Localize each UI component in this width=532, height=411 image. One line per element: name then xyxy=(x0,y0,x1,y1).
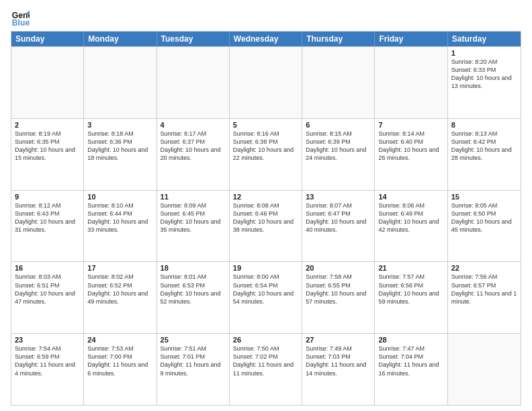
day-number: 5 xyxy=(233,121,298,129)
weekday-header-sunday: Sunday xyxy=(11,32,84,46)
week-row-4: 16Sunrise: 8:03 AM Sunset: 6:51 PM Dayli… xyxy=(11,261,521,333)
day-info: Sunrise: 7:56 AM Sunset: 6:57 PM Dayligh… xyxy=(451,273,517,306)
day-number: 6 xyxy=(306,121,371,129)
day-info: Sunrise: 8:19 AM Sunset: 6:35 PM Dayligh… xyxy=(15,130,80,163)
day-info: Sunrise: 8:10 AM Sunset: 6:44 PM Dayligh… xyxy=(87,201,152,234)
day-info: Sunrise: 8:03 AM Sunset: 6:51 PM Dayligh… xyxy=(15,273,80,306)
day-number: 11 xyxy=(161,193,226,201)
day-cell-15: 15Sunrise: 8:05 AM Sunset: 6:50 PM Dayli… xyxy=(448,191,521,262)
day-number: 20 xyxy=(306,264,371,272)
day-cell-7: 7Sunrise: 8:14 AM Sunset: 6:40 PM Daylig… xyxy=(375,119,447,190)
week-row-5: 23Sunrise: 7:54 AM Sunset: 6:59 PM Dayli… xyxy=(11,333,521,405)
day-cell-17: 17Sunrise: 8:02 AM Sunset: 6:52 PM Dayli… xyxy=(84,262,157,333)
day-number: 3 xyxy=(87,121,152,129)
calendar: SundayMondayTuesdayWednesdayThursdayFrid… xyxy=(11,31,521,406)
day-cell-9: 9Sunrise: 8:12 AM Sunset: 6:43 PM Daylig… xyxy=(11,191,84,262)
day-info: Sunrise: 8:17 AM Sunset: 6:37 PM Dayligh… xyxy=(161,130,226,163)
day-number: 1 xyxy=(451,49,517,57)
weekday-header-wednesday: Wednesday xyxy=(230,32,302,46)
day-number: 23 xyxy=(15,336,80,344)
logo: General Blue xyxy=(11,8,32,27)
day-cell-11: 11Sunrise: 8:09 AM Sunset: 6:45 PM Dayli… xyxy=(157,191,230,262)
day-number: 7 xyxy=(378,121,443,129)
day-cell-1: 1Sunrise: 8:20 AM Sunset: 6:33 PM Daylig… xyxy=(448,47,521,118)
day-info: Sunrise: 7:47 AM Sunset: 7:04 PM Dayligh… xyxy=(378,345,443,377)
day-cell-16: 16Sunrise: 8:03 AM Sunset: 6:51 PM Dayli… xyxy=(11,262,84,333)
day-cell-20: 20Sunrise: 7:58 AM Sunset: 6:55 PM Dayli… xyxy=(302,262,375,333)
day-number: 2 xyxy=(15,121,80,129)
day-info: Sunrise: 8:16 AM Sunset: 6:38 PM Dayligh… xyxy=(233,130,298,163)
day-cell-3: 3Sunrise: 8:18 AM Sunset: 6:36 PM Daylig… xyxy=(84,119,157,190)
day-info: Sunrise: 7:54 AM Sunset: 6:59 PM Dayligh… xyxy=(15,345,80,377)
day-info: Sunrise: 8:15 AM Sunset: 6:39 PM Dayligh… xyxy=(306,130,371,163)
day-number: 21 xyxy=(378,264,443,272)
day-info: Sunrise: 7:50 AM Sunset: 7:02 PM Dayligh… xyxy=(233,345,298,377)
day-info: Sunrise: 8:05 AM Sunset: 6:50 PM Dayligh… xyxy=(451,201,517,234)
day-number: 19 xyxy=(233,264,298,272)
weekday-header-thursday: Thursday xyxy=(302,32,375,46)
day-cell-21: 21Sunrise: 7:57 AM Sunset: 6:56 PM Dayli… xyxy=(375,262,447,333)
day-cell-19: 19Sunrise: 8:00 AM Sunset: 6:54 PM Dayli… xyxy=(230,262,302,333)
day-cell-18: 18Sunrise: 8:01 AM Sunset: 6:53 PM Dayli… xyxy=(157,262,230,333)
weekday-header-saturday: Saturday xyxy=(448,32,521,46)
day-cell-empty-4-6 xyxy=(448,334,521,405)
day-number: 25 xyxy=(161,336,226,344)
day-number: 26 xyxy=(233,336,298,344)
day-number: 24 xyxy=(87,336,152,344)
day-cell-25: 25Sunrise: 7:51 AM Sunset: 7:01 PM Dayli… xyxy=(157,334,230,405)
day-number: 15 xyxy=(451,193,517,201)
weekday-header-friday: Friday xyxy=(375,32,447,46)
day-cell-13: 13Sunrise: 8:07 AM Sunset: 6:47 PM Dayli… xyxy=(302,191,375,262)
day-cell-4: 4Sunrise: 8:17 AM Sunset: 6:37 PM Daylig… xyxy=(157,119,230,190)
day-cell-empty-0-4 xyxy=(302,47,375,118)
svg-text:Blue: Blue xyxy=(12,18,30,27)
day-cell-12: 12Sunrise: 8:08 AM Sunset: 6:46 PM Dayli… xyxy=(230,191,302,262)
day-cell-2: 2Sunrise: 8:19 AM Sunset: 6:35 PM Daylig… xyxy=(11,119,84,190)
day-cell-6: 6Sunrise: 8:15 AM Sunset: 6:39 PM Daylig… xyxy=(302,119,375,190)
day-info: Sunrise: 8:13 AM Sunset: 6:42 PM Dayligh… xyxy=(451,130,517,163)
logo-icon: General Blue xyxy=(11,8,30,27)
week-row-2: 2Sunrise: 8:19 AM Sunset: 6:35 PM Daylig… xyxy=(11,118,521,190)
calendar-header-row: SundayMondayTuesdayWednesdayThursdayFrid… xyxy=(11,32,521,46)
day-number: 17 xyxy=(87,264,152,272)
day-info: Sunrise: 8:01 AM Sunset: 6:53 PM Dayligh… xyxy=(161,273,226,306)
day-number: 8 xyxy=(451,121,517,129)
day-cell-empty-0-1 xyxy=(84,47,157,118)
day-cell-5: 5Sunrise: 8:16 AM Sunset: 6:38 PM Daylig… xyxy=(230,119,302,190)
day-number: 9 xyxy=(15,193,80,201)
week-row-3: 9Sunrise: 8:12 AM Sunset: 6:43 PM Daylig… xyxy=(11,190,521,262)
day-cell-empty-0-0 xyxy=(11,47,84,118)
day-cell-empty-0-3 xyxy=(230,47,302,118)
day-info: Sunrise: 7:57 AM Sunset: 6:56 PM Dayligh… xyxy=(378,273,443,306)
day-cell-14: 14Sunrise: 8:06 AM Sunset: 6:49 PM Dayli… xyxy=(375,191,447,262)
day-info: Sunrise: 8:08 AM Sunset: 6:46 PM Dayligh… xyxy=(233,201,298,234)
day-info: Sunrise: 8:09 AM Sunset: 6:45 PM Dayligh… xyxy=(161,201,226,234)
day-cell-26: 26Sunrise: 7:50 AM Sunset: 7:02 PM Dayli… xyxy=(230,334,302,405)
day-info: Sunrise: 8:12 AM Sunset: 6:43 PM Dayligh… xyxy=(15,201,80,234)
weekday-header-tuesday: Tuesday xyxy=(157,32,230,46)
day-cell-27: 27Sunrise: 7:49 AM Sunset: 7:03 PM Dayli… xyxy=(302,334,375,405)
day-number: 4 xyxy=(161,121,226,129)
day-cell-22: 22Sunrise: 7:56 AM Sunset: 6:57 PM Dayli… xyxy=(448,262,521,333)
day-cell-23: 23Sunrise: 7:54 AM Sunset: 6:59 PM Dayli… xyxy=(11,334,84,405)
day-info: Sunrise: 7:51 AM Sunset: 7:01 PM Dayligh… xyxy=(161,345,226,377)
day-cell-28: 28Sunrise: 7:47 AM Sunset: 7:04 PM Dayli… xyxy=(375,334,447,405)
day-cell-empty-0-5 xyxy=(375,47,447,118)
day-cell-8: 8Sunrise: 8:13 AM Sunset: 6:42 PM Daylig… xyxy=(448,119,521,190)
day-cell-24: 24Sunrise: 7:53 AM Sunset: 7:00 PM Dayli… xyxy=(84,334,157,405)
day-info: Sunrise: 8:07 AM Sunset: 6:47 PM Dayligh… xyxy=(306,201,371,234)
day-cell-empty-0-2 xyxy=(157,47,230,118)
day-cell-10: 10Sunrise: 8:10 AM Sunset: 6:44 PM Dayli… xyxy=(84,191,157,262)
day-info: Sunrise: 7:53 AM Sunset: 7:00 PM Dayligh… xyxy=(87,345,152,377)
day-info: Sunrise: 8:18 AM Sunset: 6:36 PM Dayligh… xyxy=(87,130,152,163)
day-number: 27 xyxy=(306,336,371,344)
day-info: Sunrise: 7:58 AM Sunset: 6:55 PM Dayligh… xyxy=(306,273,371,306)
header: General Blue xyxy=(11,8,521,27)
day-info: Sunrise: 8:00 AM Sunset: 6:54 PM Dayligh… xyxy=(233,273,298,306)
day-info: Sunrise: 7:49 AM Sunset: 7:03 PM Dayligh… xyxy=(306,345,371,377)
day-number: 10 xyxy=(87,193,152,201)
day-number: 13 xyxy=(306,193,371,201)
week-row-1: 1Sunrise: 8:20 AM Sunset: 6:33 PM Daylig… xyxy=(11,46,521,118)
day-info: Sunrise: 8:20 AM Sunset: 6:33 PM Dayligh… xyxy=(451,58,517,91)
day-info: Sunrise: 8:06 AM Sunset: 6:49 PM Dayligh… xyxy=(378,201,443,234)
